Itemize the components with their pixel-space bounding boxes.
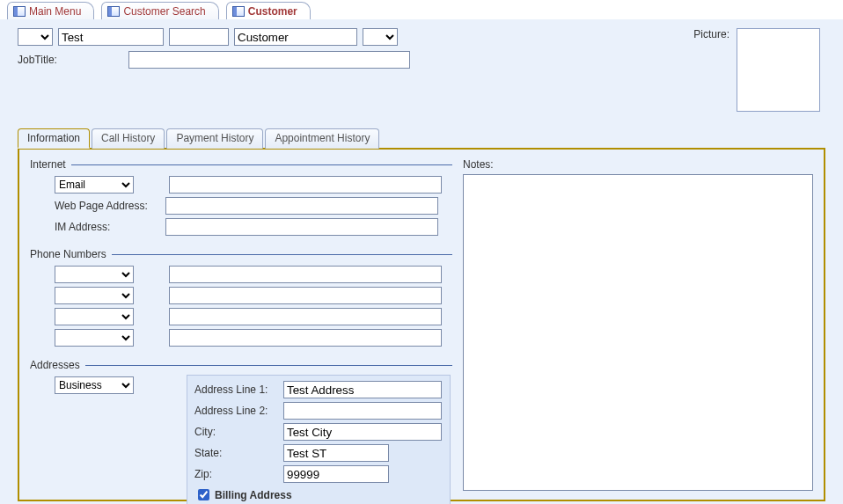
wtab-label: Main Menu: [29, 5, 81, 18]
phone-input-1[interactable]: [169, 287, 442, 304]
webpage-label: Web Page Address:: [55, 200, 160, 212]
phone-input-0[interactable]: [169, 266, 442, 283]
subtab-call-history[interactable]: Call History: [92, 128, 165, 149]
state-label: State:: [194, 447, 278, 459]
city-label: City:: [194, 426, 278, 438]
last-name-input[interactable]: [234, 28, 357, 46]
wtab-label: Customer Search: [123, 5, 205, 18]
phone-type-select-2[interactable]: [55, 308, 134, 325]
phone-input-2[interactable]: [169, 308, 442, 325]
zip-input[interactable]: [283, 465, 389, 483]
group-phones-title: Phone Numbers: [30, 248, 106, 260]
addr2-input[interactable]: [283, 402, 442, 420]
zip-label: Zip:: [194, 468, 278, 480]
state-input[interactable]: [283, 444, 389, 462]
suffix-select[interactable]: [363, 28, 398, 46]
email-type-select[interactable]: Email: [55, 176, 134, 194]
city-input[interactable]: [283, 423, 442, 441]
address-type-select[interactable]: Business: [55, 376, 134, 394]
group-addresses-title: Addresses: [30, 359, 80, 371]
subtab-appointment-history[interactable]: Appointment History: [265, 128, 379, 149]
middle-name-input[interactable]: [169, 28, 229, 46]
first-name-input[interactable]: [58, 28, 164, 46]
imaddress-label: IM Address:: [55, 221, 160, 233]
form-icon: [13, 6, 26, 17]
phone-input-3[interactable]: [169, 329, 442, 347]
address-box: Address Line 1: Address Line 2: City: St…: [187, 375, 451, 504]
wtab-customer-search[interactable]: Customer Search: [101, 2, 218, 19]
subtab-payment-history[interactable]: Payment History: [166, 128, 263, 149]
subtab-information[interactable]: Information: [18, 128, 90, 149]
addr2-label: Address Line 2:: [194, 405, 278, 417]
addr1-input[interactable]: [283, 381, 442, 398]
window-tab-strip: Main Menu Customer Search Customer: [0, 0, 843, 19]
picture-box[interactable]: [737, 28, 820, 112]
imaddress-input[interactable]: [165, 218, 438, 236]
notes-label: Notes:: [463, 158, 813, 171]
jobtitle-label: JobTitle:: [18, 54, 123, 66]
billing-checkbox-input[interactable]: [198, 489, 209, 500]
jobtitle-input[interactable]: [128, 51, 410, 69]
form-icon: [232, 6, 245, 17]
phone-type-select-3[interactable]: [55, 329, 134, 347]
email-input[interactable]: [169, 176, 442, 194]
group-internet-title: Internet: [30, 158, 66, 171]
wtab-label: Customer: [248, 5, 297, 18]
wtab-main-menu[interactable]: Main Menu: [7, 2, 94, 19]
picture-label: Picture:: [693, 28, 729, 40]
information-panel: Internet Email Web Page Address: IM Addr…: [18, 150, 825, 501]
billing-label: Billing Address: [215, 489, 292, 501]
addr1-label: Address Line 1:: [194, 383, 278, 396]
prefix-select[interactable]: [18, 28, 53, 46]
subtab-strip: Information Call History Payment History…: [18, 128, 825, 150]
form-icon: [107, 6, 120, 17]
notes-textarea[interactable]: [463, 174, 813, 491]
billing-address-checkbox[interactable]: Billing Address: [194, 486, 443, 503]
phone-type-select-0[interactable]: [55, 266, 134, 283]
webpage-input[interactable]: [165, 197, 438, 215]
wtab-customer[interactable]: Customer: [226, 2, 311, 19]
phone-type-select-1[interactable]: [55, 287, 134, 304]
